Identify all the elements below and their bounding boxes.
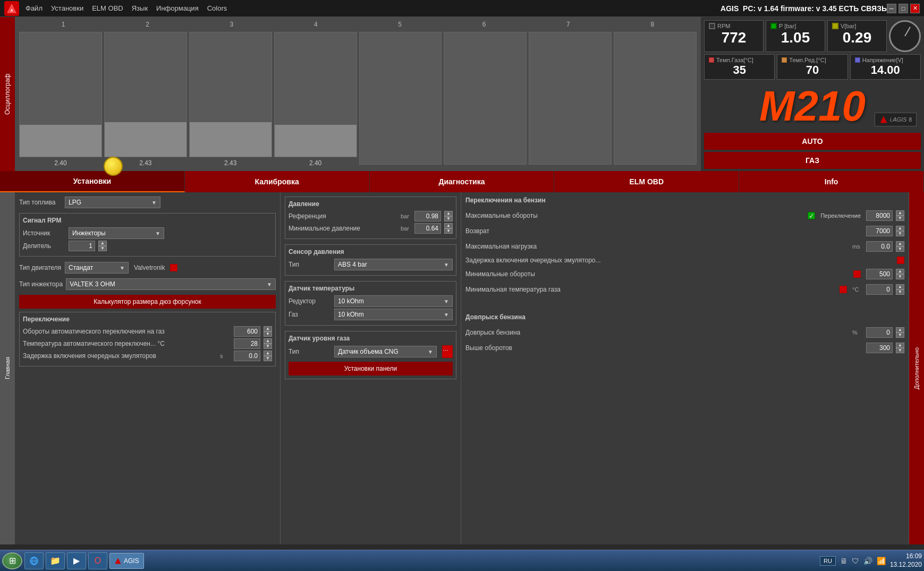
above-rpm-input[interactable] [866, 343, 893, 353]
max-rpm-spinner[interactable]: ▲ ▼ [896, 210, 904, 221]
tab-elm-obd[interactable]: ELM OBD [554, 171, 739, 192]
max-rpm-input[interactable] [866, 210, 893, 221]
auto-switch-temp-up[interactable]: ▲ [264, 338, 272, 344]
language-btn[interactable]: RU [820, 556, 836, 566]
max-load-spinner[interactable]: ▲ ▼ [896, 241, 904, 252]
pressure-sensor-section: Сенсор давления Тип ABS 4 bar ▼ [285, 244, 456, 276]
reference-input[interactable] [414, 211, 441, 221]
tab-install[interactable]: Установки [0, 171, 185, 192]
inj-value-4: 2.40 [309, 159, 321, 167]
auto-switch-temp-down[interactable]: ▼ [264, 344, 272, 349]
min-pressure-spinner[interactable]: ▲ ▼ [444, 223, 453, 234]
calc-button[interactable]: Калькулятор размера дюз форсунок [19, 295, 276, 309]
sensor-type-select[interactable]: ABS 4 bar ▼ [334, 259, 453, 270]
max-rpm-up[interactable]: ▲ [896, 210, 904, 216]
emulator-delay-input[interactable] [234, 351, 260, 361]
max-load-up[interactable]: ▲ [896, 241, 904, 246]
auto-switch-rpm-input[interactable] [234, 326, 260, 337]
emulator-delay-down[interactable]: ▼ [264, 356, 272, 361]
media-button[interactable]: ▶ [67, 552, 86, 569]
auto-switch-temp-input[interactable] [234, 338, 260, 349]
sub-metrics-row: Темп.Газа[°C] 35 Темп.Ред.[°C] 70 Напряж… [704, 54, 921, 80]
above-rpm-up[interactable]: ▲ [896, 343, 904, 348]
folder-button[interactable]: 📁 [46, 552, 65, 569]
min-gas-temp-input[interactable] [866, 284, 893, 295]
auto-switch-rpm-spinner[interactable]: ▲ ▼ [264, 326, 272, 337]
menu-settings[interactable]: Установки [51, 4, 83, 12]
divider-up[interactable]: ▲ [98, 241, 107, 246]
tab-diagnostics[interactable]: Диагностика [370, 171, 555, 192]
auto-switch-rpm-down[interactable]: ▼ [264, 331, 272, 337]
return-up[interactable]: ▲ [896, 226, 904, 231]
petrol-inj-spinner[interactable]: ▲ ▼ [896, 327, 904, 338]
max-load-label: Максимальная нагрузка [465, 243, 849, 250]
ie-button[interactable] [24, 552, 44, 569]
max-load-input[interactable] [866, 241, 893, 252]
auto-button[interactable]: AUTO [704, 133, 921, 150]
petrol-inj-down[interactable]: ▼ [896, 333, 904, 338]
oscilloscope-label[interactable]: Осциллограф [0, 17, 15, 171]
maximize-button[interactable]: □ [898, 4, 908, 13]
gas-button[interactable]: ГАЗ [704, 152, 921, 169]
start-button[interactable]: ⊞ [2, 552, 22, 569]
above-rpm-spinner[interactable]: ▲ ▼ [896, 343, 904, 353]
temp-red-label: Темп.Ред.[°C] [789, 57, 826, 63]
engine-type-select[interactable]: Стандат ▼ [65, 262, 129, 274]
gas-select[interactable]: 10 kOhm ▼ [334, 309, 453, 320]
source-select[interactable]: Инжекторы ▼ [69, 227, 164, 239]
agis-taskbar-app[interactable]: AGIS [109, 553, 144, 569]
divider-spinner[interactable]: ▲ ▼ [98, 241, 107, 251]
max-rpm-label: Максимальные обороты [465, 212, 804, 219]
temp-gas-box: Темп.Газа[°C] 35 [704, 54, 775, 80]
petrol-inj-up[interactable]: ▲ [896, 327, 904, 333]
level-type-extra-btn[interactable]: ··· [442, 345, 453, 358]
fuel-type-select[interactable]: LPG ▼ [65, 197, 160, 208]
inj-header-2: 2 [146, 21, 149, 28]
min-pressure-input[interactable] [414, 223, 441, 234]
menu-file[interactable]: Файл [26, 4, 43, 12]
reducer-select[interactable]: 10 kOhm ▼ [334, 295, 453, 307]
min-gas-temp-down[interactable]: ▼ [896, 289, 904, 295]
min-gas-temp-indicator [840, 286, 847, 293]
petrol-inj-input[interactable] [866, 327, 893, 338]
auto-switch-temp-spinner[interactable]: ▲ ▼ [264, 338, 272, 349]
emulator-delay-up[interactable]: ▲ [264, 351, 272, 356]
switch-checkbox[interactable]: ✓ [808, 212, 815, 219]
menu-language[interactable]: Язык [132, 4, 148, 12]
min-rpm-down[interactable]: ▼ [896, 274, 904, 279]
reference-down[interactable]: ▼ [444, 216, 453, 221]
min-gas-temp-spinner[interactable]: ▲ ▼ [896, 284, 904, 295]
menu-elm-obd[interactable]: ELM OBD [92, 4, 123, 12]
menu-colors[interactable]: Colors [207, 4, 227, 12]
tab-calibration[interactable]: Калибровка [185, 171, 370, 192]
divider-down[interactable]: ▼ [98, 246, 107, 251]
close-button[interactable]: ✕ [910, 4, 920, 13]
inj-channel-1: 2.40 [19, 32, 102, 167]
divider-input[interactable] [69, 241, 95, 251]
min-rpm-input[interactable] [866, 269, 893, 279]
auto-switch-rpm-up[interactable]: ▲ [264, 326, 272, 331]
menu-info[interactable]: Информация [156, 4, 199, 12]
level-type-select[interactable]: Датчик объема CNG ▼ [334, 346, 437, 357]
reference-spinner[interactable]: ▲ ▼ [444, 211, 453, 221]
reference-up[interactable]: ▲ [444, 211, 453, 216]
min-rpm-up[interactable]: ▲ [896, 269, 904, 274]
emulator-delay-spinner[interactable]: ▲ ▼ [264, 351, 272, 361]
opera-button[interactable]: O [88, 552, 107, 569]
min-pressure-down[interactable]: ▼ [444, 228, 453, 234]
max-load-down[interactable]: ▼ [896, 246, 904, 252]
rpm-signal-title: Сигнал RPM [23, 217, 272, 224]
return-down[interactable]: ▼ [896, 231, 904, 236]
return-input[interactable] [866, 226, 893, 236]
min-rpm-spinner[interactable]: ▲ ▼ [896, 269, 904, 279]
min-gas-temp-up[interactable]: ▲ [896, 284, 904, 289]
minimize-button[interactable]: ─ [887, 4, 896, 13]
above-rpm-down[interactable]: ▼ [896, 348, 904, 353]
reducer-arrow: ▼ [444, 299, 449, 304]
min-pressure-up[interactable]: ▲ [444, 223, 453, 228]
return-spinner[interactable]: ▲ ▼ [896, 226, 904, 236]
injector-type-select[interactable]: VALTEK 3 OHM ▼ [66, 278, 276, 290]
max-rpm-down[interactable]: ▼ [896, 216, 904, 221]
tab-info[interactable]: Info [739, 171, 924, 192]
level-settings-btn[interactable]: Установки панели [289, 362, 453, 376]
